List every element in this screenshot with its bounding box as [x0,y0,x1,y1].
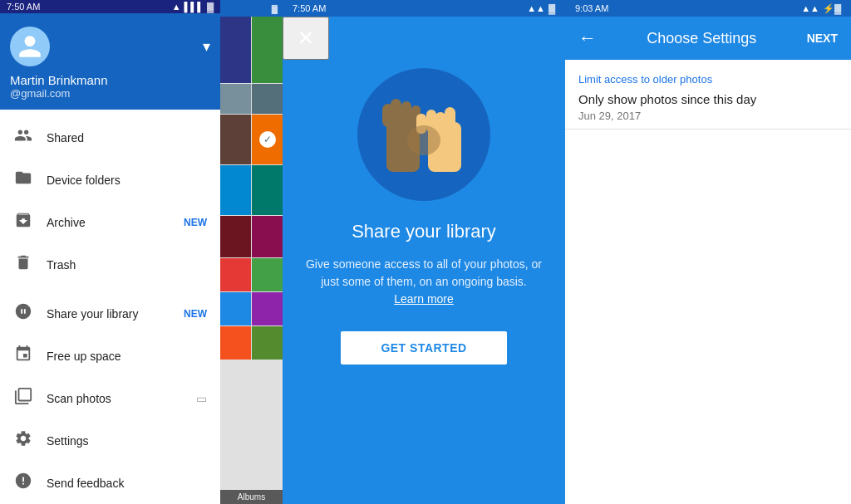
settings-title: Choose Settings [603,30,800,47]
share-time: 7:50 AM [293,3,326,13]
trash-icon [13,253,33,276]
status-icons-photo: ▓ [272,4,278,13]
sidebar-item-send-feedback[interactable]: Send feedback [0,462,220,504]
limit-description: Only show photos since this day [578,92,838,106]
profile-name: Martin Brinkmann [10,73,108,87]
photo-thumb[interactable] [252,292,283,325]
battery-icon: ▓ [207,2,214,12]
free-space-label: Free up space [47,350,207,363]
archive-label: Archive [47,216,170,229]
photo-thumb[interactable] [220,216,251,257]
svg-rect-3 [391,99,401,124]
settings-status-bar: 9:03 AM ▲▲ ⚡▓ [565,0,851,17]
albums-bar: Albums [220,490,283,504]
photo-thumb[interactable] [220,326,251,360]
photo-thumb[interactable] [252,216,283,257]
photo-thumb[interactable] [252,258,283,291]
sidebar-item-trash[interactable]: Trash [0,243,220,286]
settings-panel: 9:03 AM ▲▲ ⚡▓ ← Choose Settings NEXT Lim… [565,0,851,504]
profile-row: ▾ [10,27,210,66]
free-space-icon [13,345,33,367]
photo-panel: ▓ ✓ Albums [220,0,283,504]
status-icons-left: ▲ ▌▌▌ ▓ [172,2,214,12]
photo-thumb[interactable] [252,17,283,83]
share-panel: 7:50 AM ▲▲ ▓ ✕ Share your library [283,0,565,504]
photo-thumb[interactable] [220,292,251,325]
chevron-down-icon[interactable]: ▾ [203,37,210,56]
next-button[interactable]: NEXT [800,25,844,51]
settings-status-icons: ▲▲ ⚡▓ [801,3,841,14]
limit-date: Jun 29, 2017 [578,110,838,122]
share-circle-icon [13,302,33,325]
profile-email: @gmail.com [10,87,70,100]
signal-icon: ▌▌▌ [184,2,204,12]
wifi-icon: ▲ [172,2,181,12]
people-icon [13,126,33,149]
time-left: 7:50 AM [7,2,40,12]
share-status-bar: 7:50 AM ▲▲ ▓ [283,0,565,17]
close-button[interactable]: ✕ [283,17,329,60]
shared-label: Shared [47,131,207,144]
avatar [10,27,50,66]
trash-label: Trash [47,258,207,272]
learn-more-link[interactable]: Learn more [394,292,454,306]
photo-thumb[interactable] [252,165,283,215]
svg-rect-7 [445,107,455,132]
photo-thumb[interactable] [220,17,251,83]
gear-icon [13,429,33,452]
sidebar-item-free-space[interactable]: Free up space [0,335,220,377]
sidebar: 7:50 AM ▲ ▌▌▌ ▓ ▾ Martin Brinkmann @gmai… [0,0,220,504]
photo-thumb[interactable] [220,115,251,164]
share-library-label: Share your library [47,307,170,321]
wifi-icon-share: ▲▲ [527,3,545,13]
feedback-icon [13,472,33,494]
settings-toolbar: ← Choose Settings NEXT [565,17,851,60]
sidebar-item-settings[interactable]: Settings [0,419,220,462]
battery-icon-share: ▓ [548,3,555,13]
external-link-icon: ▭ [196,392,207,405]
battery-icon-settings: ⚡▓ [823,3,841,14]
sidebar-item-shared[interactable]: Shared [0,116,220,159]
device-folders-label: Device folders [47,174,207,187]
photo-thumb[interactable] [220,258,251,291]
folder-icon [13,169,33,191]
share-description: Give someone access to all of your photo… [283,256,565,308]
sidebar-item-share-library[interactable]: Share your library NEW [0,292,220,335]
photo-thumb[interactable] [220,165,251,215]
profile-section[interactable]: ▾ Martin Brinkmann @gmail.com [0,13,220,110]
scan-photos-label: Scan photos [47,392,183,405]
limit-section: Limit access to older photos Only show p… [565,60,851,130]
scan-icon [13,387,33,409]
settings-time: 9:03 AM [575,3,608,13]
share-library-badge: NEW [184,308,207,320]
sidebar-item-device-folders[interactable]: Device folders [0,159,220,201]
archive-icon [13,211,33,233]
svg-rect-4 [401,101,411,125]
sidebar-item-archive[interactable]: Archive NEW [0,201,220,243]
share-status-icons: ▲▲ ▓ [527,3,555,13]
status-bar-left: 7:50 AM ▲ ▌▌▌ ▓ [0,0,220,13]
back-button[interactable]: ← [572,21,603,56]
photo-thumb[interactable] [220,84,251,114]
share-title: Share your library [352,221,496,242]
albums-label: Albums [238,492,265,502]
sidebar-item-scan-photos[interactable]: Scan photos ▭ [0,377,220,419]
limit-label: Limit access to older photos [578,73,838,86]
svg-point-10 [407,125,440,155]
hands-illustration [357,68,490,201]
get-started-button[interactable]: GET STARTED [341,331,506,365]
wifi-icon-settings: ▲▲ [801,3,819,13]
send-feedback-label: Send feedback [47,477,207,490]
archive-badge: NEW [184,217,207,228]
photo-thumb[interactable] [252,84,283,114]
settings-label: Settings [47,434,207,448]
photo-thumb[interactable] [252,326,283,360]
